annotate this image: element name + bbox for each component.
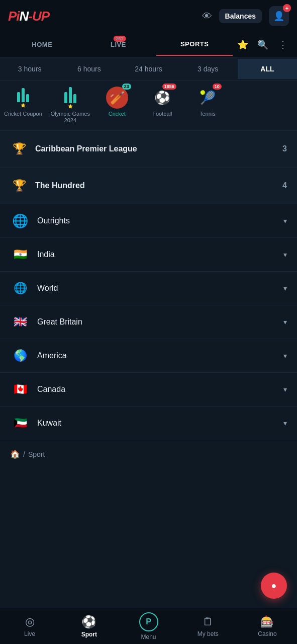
bottom-nav: ◎ Live ⚽ Sport P Menu 🗒 My bets 🎰 Casino: [0, 608, 297, 644]
avatar-plus-icon: +: [283, 4, 291, 12]
canada-flag: 🇨🇦: [10, 382, 30, 397]
league-item-caribbean[interactable]: 🏆 Caribbean Premier League 3: [0, 131, 297, 168]
caribbean-league-count: 3: [282, 144, 287, 153]
sport-nav-label: Sport: [81, 631, 97, 638]
casino-icon: 🎰: [260, 615, 274, 628]
globe-icon: 🌐: [10, 213, 30, 228]
cricket-coupon-icon: ⭐: [12, 87, 34, 109]
region-item-india[interactable]: 🇮🇳 India ▾: [0, 238, 297, 272]
outrights-name: Outrights: [37, 216, 276, 225]
football-count: 1856: [162, 84, 176, 90]
chevron-down-icon: ▾: [283, 217, 287, 225]
fab-button[interactable]: ●: [261, 573, 287, 599]
fab-icon: ●: [271, 581, 277, 591]
sport-item-football[interactable]: ⚽ 1856 Football: [140, 85, 185, 128]
tennis-icon: 🎾 10: [196, 87, 219, 109]
the-hundred-count: 4: [282, 181, 287, 190]
my-bets-nav-label: My bets: [197, 630, 219, 637]
visibility-icon[interactable]: 👁: [202, 11, 212, 22]
breadcrumb-separator: /: [23, 450, 25, 458]
header: PiN-UP 👁 Balances 👤 +: [0, 0, 297, 32]
region-item-outrights[interactable]: 🌐 Outrights ▾: [0, 204, 297, 238]
cricket-count: 23: [122, 84, 131, 90]
sport-icon: ⚽: [81, 615, 96, 629]
my-bets-icon: 🗒: [203, 615, 214, 628]
caribbean-league-name: Caribbean Premier League: [35, 144, 275, 153]
league-item-the-hundred[interactable]: 🏆 The Hundred 4: [0, 168, 297, 204]
region-item-great-britain[interactable]: 🇬🇧 Great Britain ▾: [0, 305, 297, 339]
header-right: 👁 Balances 👤 +: [202, 6, 289, 26]
list-section: 🏆 Caribbean Premier League 3 🏆 The Hundr…: [0, 131, 297, 464]
live-label: LIVE: [111, 41, 126, 48]
time-filter-bar: 3 hours 6 hours 24 hours 3 days ALL: [0, 57, 297, 80]
chevron-down-icon-america: ▾: [283, 352, 287, 360]
sport-item-tennis[interactable]: 🎾 10 Tennis: [185, 85, 230, 128]
chevron-down-icon-gb: ▾: [283, 318, 287, 326]
olympic-games-icon: ⭐: [59, 87, 81, 109]
trophy-icon: 🏆: [10, 140, 28, 158]
sport-item-cricket[interactable]: 🏏 23 Cricket: [94, 85, 140, 128]
canada-name: Canada: [37, 385, 276, 394]
menu-icon: P: [139, 612, 158, 631]
avatar-button[interactable]: 👤 +: [269, 6, 289, 26]
the-hundred-name: The Hundred: [35, 181, 275, 190]
sport-item-olympic-games[interactable]: ⭐ Olympic Games 2024: [46, 85, 94, 128]
bottom-nav-live[interactable]: ◎ Live: [0, 608, 59, 644]
football-label: Football: [152, 111, 172, 117]
chevron-down-icon-canada: ▾: [283, 385, 287, 393]
bottom-nav-casino[interactable]: 🎰 Casino: [238, 608, 297, 644]
region-item-canada[interactable]: 🇨🇦 Canada ▾: [0, 373, 297, 407]
india-flag: 🇮🇳: [10, 247, 30, 262]
chevron-down-icon-kuwait: ▾: [283, 419, 287, 427]
menu-nav-label: Menu: [141, 633, 156, 640]
time-filter-3h[interactable]: 3 hours: [0, 59, 59, 79]
bottom-nav-menu[interactable]: P Menu: [119, 608, 178, 644]
avatar-icon: 👤: [273, 11, 284, 22]
nav-item-home[interactable]: HOME: [4, 34, 80, 55]
cricket-coupon-label: Cricket Coupon: [4, 111, 42, 117]
kuwait-flag: 🇰🇼: [10, 416, 30, 431]
breadcrumb-current: Sport: [28, 450, 45, 458]
olympic-games-label: Olympic Games 2024: [50, 111, 90, 124]
chevron-down-icon-india: ▾: [283, 251, 287, 259]
tennis-count: 10: [213, 84, 222, 90]
india-name: India: [37, 250, 276, 259]
football-icon: ⚽ 1856: [151, 87, 173, 109]
region-item-world[interactable]: 🌐 World ▾: [0, 272, 297, 305]
world-name: World: [37, 284, 276, 293]
balance-label: Balances: [225, 12, 256, 20]
breadcrumb: 🏠 / Sport: [0, 440, 297, 464]
tennis-label: Tennis: [200, 111, 216, 117]
region-item-america[interactable]: 🌎 America ▾: [0, 339, 297, 373]
bottom-nav-my-bets[interactable]: 🗒 My bets: [178, 608, 238, 644]
home-icon: 🏠: [10, 449, 20, 459]
balance-button[interactable]: Balances: [219, 9, 262, 23]
live-nav-label: Live: [24, 630, 35, 637]
great-britain-flag: 🇬🇧: [10, 314, 30, 330]
great-britain-name: Great Britain: [37, 317, 276, 327]
kuwait-name: Kuwait: [37, 419, 276, 428]
america-flag: 🌎: [10, 348, 30, 363]
more-button[interactable]: ⋮: [273, 34, 293, 55]
sport-item-cricket-coupon[interactable]: ⭐ Cricket Coupon: [0, 85, 46, 128]
sport-category-scroll: ⭐ Cricket Coupon ⭐ Olympic Games 2024 🏏 …: [0, 80, 297, 131]
favorites-button[interactable]: ⭐: [233, 34, 253, 55]
live-badge: 257: [114, 36, 126, 42]
nav-item-sports[interactable]: SPORTS: [156, 33, 233, 56]
region-item-kuwait[interactable]: 🇰🇼 Kuwait ▾: [0, 407, 297, 440]
trophy-icon-2: 🏆: [10, 177, 28, 195]
time-filter-3d[interactable]: 3 days: [178, 59, 238, 79]
time-filter-24h[interactable]: 24 hours: [119, 59, 178, 79]
nav-item-live[interactable]: LIVE 257: [80, 34, 157, 55]
search-button[interactable]: 🔍: [253, 34, 273, 55]
america-name: America: [37, 351, 276, 360]
bottom-nav-sport[interactable]: ⚽ Sport: [59, 608, 119, 644]
live-icon: ◎: [25, 615, 35, 628]
time-filter-6h[interactable]: 6 hours: [59, 59, 119, 79]
cricket-icon: 🏏 23: [106, 87, 128, 109]
logo: PiN-UP: [8, 9, 49, 24]
nav-bar: HOME LIVE 257 SPORTS ⭐ 🔍 ⋮: [0, 32, 297, 57]
time-filter-all[interactable]: ALL: [238, 59, 297, 79]
world-flag: 🌐: [10, 281, 30, 296]
casino-nav-label: Casino: [258, 630, 276, 637]
